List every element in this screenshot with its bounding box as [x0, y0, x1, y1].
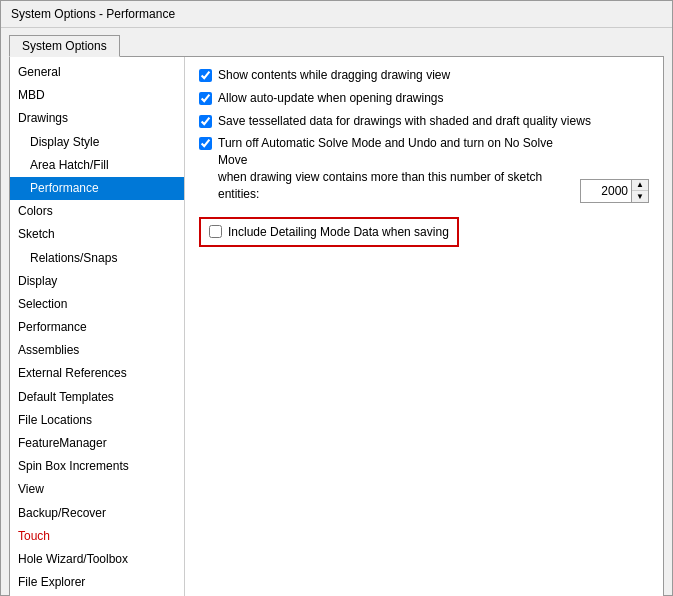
sidebar-item-spin-box-increments[interactable]: Spin Box Increments: [10, 455, 184, 478]
checkbox-row-1: Show contents while dragging drawing vie…: [199, 67, 649, 84]
sidebar-item-external-references[interactable]: External References: [10, 362, 184, 385]
sidebar-item-performance[interactable]: Performance: [10, 177, 184, 200]
sidebar-item-area-hatch-fill[interactable]: Area Hatch/Fill: [10, 154, 184, 177]
left-panel: GeneralMBDDrawingsDisplay StyleArea Hatc…: [10, 57, 185, 596]
sidebar-item-relations-snaps[interactable]: Relations/Snaps: [10, 247, 184, 270]
sidebar-item-mbd[interactable]: MBD: [10, 84, 184, 107]
sidebar-item-general[interactable]: General: [10, 61, 184, 84]
content-area: GeneralMBDDrawingsDisplay StyleArea Hatc…: [9, 56, 664, 596]
checkbox-save-tessellated[interactable]: [199, 115, 212, 128]
checkbox-show-contents[interactable]: [199, 69, 212, 82]
spinbox-row: Turn off Automatic Solve Mode and Undo a…: [199, 135, 649, 202]
sidebar-item-display[interactable]: Display: [10, 270, 184, 293]
sidebar-item-view[interactable]: View: [10, 478, 184, 501]
sidebar-item-hole-wizard-toolbox[interactable]: Hole Wizard/Toolbox: [10, 548, 184, 571]
sidebar-item-file-locations[interactable]: File Locations: [10, 409, 184, 432]
window-title: System Options - Performance: [11, 7, 175, 21]
spinbox-label-part2: when drawing view contains more than thi…: [218, 170, 542, 201]
title-bar: System Options - Performance: [1, 1, 672, 28]
sidebar-item-colors[interactable]: Colors: [10, 200, 184, 223]
sidebar-item-backup-recover[interactable]: Backup/Recover: [10, 502, 184, 525]
sidebar-item-assemblies[interactable]: Assemblies: [10, 339, 184, 362]
checkbox-row-2: Allow auto-update when opening drawings: [199, 90, 649, 107]
checkbox-auto-update[interactable]: [199, 92, 212, 105]
tab-label: System Options: [22, 39, 107, 53]
spinbox-down-button[interactable]: ▼: [632, 191, 648, 202]
sidebar-item-performance[interactable]: Performance: [10, 316, 184, 339]
right-panel: Show contents while dragging drawing vie…: [185, 57, 663, 596]
spinbox-control: 2000 ▲ ▼: [580, 179, 649, 203]
checkbox-label-1: Show contents while dragging drawing vie…: [218, 67, 450, 84]
checkbox-include-detailing[interactable]: [209, 225, 222, 238]
include-detailing-label: Include Detailing Mode Data when saving: [228, 225, 449, 239]
checkbox-no-solve-move[interactable]: [199, 137, 212, 150]
sidebar-item-sketch[interactable]: Sketch: [10, 223, 184, 246]
sidebar-item-touch[interactable]: Touch: [10, 525, 184, 548]
tab-bar: System Options: [1, 28, 672, 56]
checkbox-label-2: Allow auto-update when opening drawings: [218, 90, 444, 107]
main-window: System Options - Performance System Opti…: [0, 0, 673, 596]
checkbox-label-3: Save tessellated data for drawings with …: [218, 113, 591, 130]
sidebar-item-featuremanager[interactable]: FeatureManager: [10, 432, 184, 455]
spinbox-buttons: ▲ ▼: [631, 180, 648, 202]
spinbox-up-button[interactable]: ▲: [632, 180, 648, 191]
sidebar-item-display-style[interactable]: Display Style: [10, 131, 184, 154]
sidebar-item-drawings[interactable]: Drawings: [10, 107, 184, 130]
include-detailing-box: Include Detailing Mode Data when saving: [199, 217, 459, 247]
spinbox-input[interactable]: 2000: [581, 183, 631, 199]
spinbox-label-part1: Turn off Automatic Solve Mode and Undo a…: [218, 136, 553, 167]
sidebar-item-file-explorer[interactable]: File Explorer: [10, 571, 184, 594]
tab-system-options[interactable]: System Options: [9, 35, 120, 57]
checkbox-row-3: Save tessellated data for drawings with …: [199, 113, 649, 130]
sidebar-item-selection[interactable]: Selection: [10, 293, 184, 316]
sidebar-item-default-templates[interactable]: Default Templates: [10, 386, 184, 409]
spinbox-text: Turn off Automatic Solve Mode and Undo a…: [218, 135, 572, 202]
